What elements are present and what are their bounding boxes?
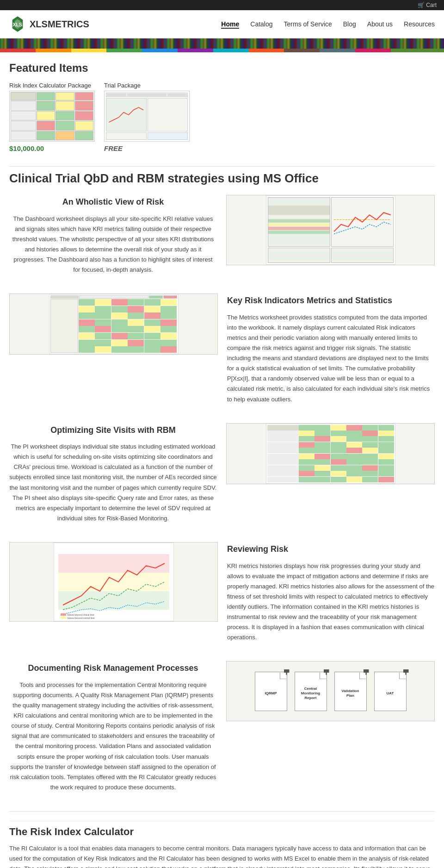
validation-plan-arrow-icon — [364, 669, 369, 675]
validation-plan-label: ValidationPlan — [340, 689, 361, 699]
feature-text-wholistic: An Wholistic View of Risk The Dashboard … — [9, 195, 217, 275]
feature-heading-reviewing: Reviewing Risk — [227, 542, 435, 556]
svg-text:Values beyond normal limit: Values beyond normal limit — [67, 617, 95, 619]
product-image-trial — [104, 91, 190, 142]
clinical-trial-title: Clinical Trial QbD and RBM strategies us… — [9, 171, 435, 186]
svg-text:XLS: XLS — [12, 22, 22, 27]
nav-terms[interactable]: Terms of Service — [284, 20, 332, 28]
feature-para-kri: The Metrics worksheet provides statistic… — [227, 312, 435, 405]
feature-text-optimizing: Optimizing Site Visits with RBM The PI w… — [9, 423, 217, 524]
nav-about[interactable]: About us — [367, 20, 393, 28]
feature-text-kri: Key Risk Indicators Metrics and Statisti… — [227, 293, 435, 404]
feature-optimizing: Optimizing Site Visits with RBM The PI w… — [9, 423, 435, 524]
nav-resources[interactable]: Resources — [404, 20, 435, 28]
featured-items: Risk Index Calculator Package — [9, 82, 435, 152]
feature-kri-metrics: Key Risk Indicators Metrics and Statisti… — [9, 293, 435, 404]
feature-para-documenting: Tools and processes for the implementati… — [9, 680, 217, 793]
feature-image-optimizing — [226, 423, 435, 484]
feature-wholistic-view: An Wholistic View of Risk The Dashboard … — [9, 195, 435, 275]
svg-rect-14 — [61, 613, 66, 616]
main-content: Featured Items Risk Index Calculator Pac… — [0, 52, 444, 868]
feature-heading-kri: Key Risk Indicators Metrics and Statisti… — [227, 293, 435, 308]
doc-validation-plan: ValidationPlan — [334, 672, 367, 711]
navigation: XLS XLSMETRICS Home Catalog Terms of Ser… — [0, 10, 444, 38]
central-monitoring-label: CentralMonitoringReport — [299, 687, 322, 701]
nav-home[interactable]: Home — [221, 20, 239, 29]
product-price-risk-index: $10,000.00 — [9, 144, 95, 152]
feature-text-documenting: Documenting Risk Management Processes To… — [9, 661, 217, 793]
divider-2 — [9, 811, 435, 812]
svg-rect-13 — [58, 591, 169, 610]
top-bar: 🛒 Cart — [0, 0, 444, 10]
doc-icons-container: IQRMP CentralMonitoringReport Validation… — [246, 662, 416, 720]
feature-para-wholistic: The Dashboard worksheet displays all you… — [9, 214, 217, 275]
iqrmp-arrow-icon — [284, 669, 290, 675]
feature-text-reviewing: Reviewing Risk KRI metrics histories dis… — [227, 542, 435, 643]
feature-heading-wholistic: An Wholistic View of Risk — [9, 195, 217, 209]
product-price-trial: FREE — [104, 144, 190, 152]
svg-text:Values beyond critical limit: Values beyond critical limit — [67, 613, 94, 616]
uat-arrow-icon — [403, 669, 409, 675]
central-monitoring-arrow-icon — [324, 669, 329, 675]
product-image-risk-index — [9, 91, 95, 142]
feature-image-kri — [9, 293, 218, 355]
feature-para-optimizing: The PI worksheet displays individual sit… — [9, 442, 217, 524]
svg-rect-8 — [268, 231, 330, 234]
svg-rect-11 — [58, 554, 169, 573]
iqrmp-label: IQRMP — [263, 691, 278, 696]
svg-rect-6 — [268, 223, 330, 226]
feature-para-reviewing: KRI metrics histories displays how risk … — [227, 561, 435, 643]
product-card-trial[interactable]: Trial Package FREE — [104, 82, 190, 152]
product-label-trial: Trial Package — [104, 82, 190, 89]
svg-rect-3 — [268, 206, 330, 215]
bottom-text: The RI Calculator is a tool that enables… — [9, 843, 435, 868]
uat-label: UAT — [385, 691, 396, 696]
feature-image-reviewing: Values beyond critical limit Values beyo… — [9, 542, 218, 622]
svg-rect-5 — [268, 219, 330, 223]
color-strip — [0, 49, 444, 52]
featured-title: Featured Items — [9, 62, 435, 75]
nav-links: Home Catalog Terms of Service Blog About… — [221, 20, 435, 28]
nav-catalog[interactable]: Catalog — [250, 20, 272, 28]
cart-link[interactable]: 🛒 Cart — [418, 2, 437, 8]
product-label-risk-index: Risk Index Calculator Package — [9, 82, 95, 89]
feature-documenting: Documenting Risk Management Processes To… — [9, 661, 435, 793]
feature-image-documenting: IQRMP CentralMonitoringReport Validation… — [226, 661, 435, 721]
logo[interactable]: XLS XLSMETRICS — [9, 16, 89, 32]
logo-icon: XLS — [9, 16, 26, 32]
dash-table-2 — [331, 248, 394, 263]
svg-rect-12 — [58, 573, 169, 591]
feature-reviewing-risk: Reviewing Risk KRI metrics histories dis… — [9, 542, 435, 643]
feature-heading-documenting: Documenting Risk Management Processes — [9, 661, 217, 675]
bottom-title: The Risk Index Calculator — [9, 826, 435, 838]
doc-iqrmp: IQRMP — [255, 672, 287, 711]
svg-rect-4 — [268, 215, 330, 219]
product-card-risk-index[interactable]: Risk Index Calculator Package — [9, 82, 95, 152]
bottom-section: The Risk Index Calculator The RI Calcula… — [9, 821, 435, 868]
dash-table-1 — [268, 248, 330, 263]
doc-uat: UAT — [374, 672, 407, 711]
svg-rect-16 — [61, 617, 66, 619]
nav-blog[interactable]: Blog — [343, 20, 356, 28]
doc-central-monitoring: CentralMonitoringReport — [295, 672, 327, 711]
svg-rect-7 — [268, 227, 330, 230]
feature-heading-optimizing: Optimizing Site Visits with RBM — [9, 423, 217, 437]
divider-1 — [9, 166, 435, 167]
hero-banner — [0, 38, 444, 49]
feature-image-wholistic — [226, 195, 435, 265]
